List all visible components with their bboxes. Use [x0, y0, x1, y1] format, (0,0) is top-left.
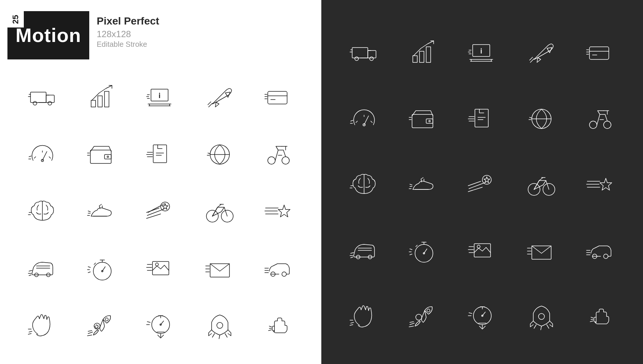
icon-waving-hand-dark	[336, 294, 392, 339]
svg-line-121	[212, 334, 215, 337]
svg-line-61	[88, 211, 90, 212]
svg-line-249	[541, 326, 541, 330]
svg-point-90	[155, 263, 158, 266]
icon-fist-dark	[573, 294, 628, 339]
svg-point-38	[107, 156, 109, 157]
svg-point-99	[282, 272, 286, 276]
svg-line-176	[530, 117, 532, 118]
svg-point-51	[268, 157, 275, 164]
icon-stopwatch-dark	[395, 228, 451, 273]
icon-airplane	[192, 74, 247, 119]
icon-shooting-star-dark	[454, 162, 510, 207]
icon-gear-rocket	[74, 303, 129, 348]
icon-info-laptop-dark: i	[454, 30, 510, 74]
icon-delivery-truck	[15, 74, 70, 119]
svg-point-233	[427, 309, 430, 312]
icon-wallet	[74, 131, 129, 176]
svg-line-149	[530, 57, 533, 60]
svg-line-236	[410, 322, 414, 322]
svg-line-107	[88, 332, 93, 334]
svg-line-214	[410, 249, 412, 250]
svg-line-195	[539, 178, 543, 181]
svg-line-75	[29, 270, 32, 271]
svg-line-158	[356, 121, 357, 123]
number-badge: 25	[7, 11, 24, 27]
svg-line-103	[29, 331, 32, 332]
svg-line-212	[416, 245, 417, 247]
svg-line-252	[590, 321, 593, 322]
svg-line-29	[42, 152, 47, 160]
left-panel: 25 Motion Pixel Perfect 128x128 Editable…	[0, 0, 321, 364]
svg-line-190	[469, 183, 485, 189]
right-icon-grid: i	[321, 0, 643, 364]
left-icon-grid: i	[0, 67, 321, 364]
icon-fast-mail	[192, 246, 247, 290]
svg-line-231	[350, 325, 353, 325]
icon-info-laptop: i	[133, 74, 189, 119]
svg-point-52	[282, 157, 289, 164]
icon-fast-car-dark	[573, 228, 628, 273]
icon-scooter-dark	[573, 96, 628, 140]
resolution-label: 128x128	[97, 29, 159, 39]
svg-line-234	[410, 323, 414, 325]
svg-line-109	[88, 331, 92, 331]
icon-image-delivery	[133, 246, 189, 290]
icon-gear-rocket-dark	[395, 294, 451, 339]
svg-rect-41	[153, 145, 167, 163]
icon-bicycle-dark	[514, 162, 569, 207]
icon-delivery-truck-dark	[336, 30, 392, 74]
svg-line-33	[49, 157, 51, 158]
svg-line-49	[208, 153, 210, 154]
svg-point-106	[105, 318, 108, 321]
icon-file-move	[133, 131, 189, 176]
svg-line-34	[29, 156, 31, 157]
icon-credit-card	[251, 74, 306, 119]
svg-point-247	[538, 313, 544, 319]
icon-running-shoe	[74, 189, 129, 233]
icon-rocket	[192, 303, 247, 348]
icon-shooting-star	[133, 189, 189, 233]
svg-line-125	[269, 330, 271, 331]
svg-line-87	[88, 267, 90, 267]
icon-bullet-train	[15, 246, 70, 290]
icon-rocket-dark	[514, 294, 569, 339]
svg-line-68	[218, 204, 221, 207]
svg-rect-135	[413, 56, 417, 62]
svg-line-122	[219, 335, 220, 339]
title-block: 25 Motion	[7, 11, 89, 59]
svg-line-246	[469, 313, 472, 313]
icon-brain	[15, 189, 70, 233]
svg-line-119	[147, 322, 150, 322]
svg-rect-164	[426, 119, 433, 123]
icon-speedometer	[15, 131, 70, 176]
svg-rect-168	[475, 109, 488, 127]
icon-growth-chart	[74, 74, 129, 119]
svg-rect-9	[98, 96, 102, 107]
svg-point-5	[48, 101, 52, 105]
svg-line-253	[591, 317, 593, 318]
svg-line-63	[147, 209, 163, 215]
icon-credit-card-dark	[573, 30, 628, 74]
icon-running-shoe-dark	[395, 162, 451, 207]
svg-line-156	[364, 116, 369, 125]
svg-rect-0	[30, 92, 46, 103]
svg-line-77	[29, 275, 31, 276]
svg-rect-127	[352, 48, 368, 58]
svg-line-202	[351, 253, 354, 253]
svg-rect-36	[90, 150, 111, 163]
icon-fast-mail-dark	[514, 228, 569, 273]
svg-point-165	[429, 120, 430, 122]
svg-point-4	[33, 101, 37, 105]
svg-line-230	[351, 322, 354, 323]
icon-bullet-train-dark	[336, 228, 392, 273]
icon-brain-dark	[336, 162, 392, 207]
icon-growth-chart-dark	[395, 30, 451, 74]
icon-time-download-dark	[454, 294, 510, 339]
right-panel: i	[321, 0, 643, 364]
icon-fast-car	[251, 246, 306, 290]
icon-basketball-dark	[514, 96, 569, 140]
icon-wallet-dark	[395, 96, 451, 140]
svg-line-104	[28, 334, 31, 334]
svg-point-217	[477, 245, 480, 248]
icon-time-download	[133, 303, 189, 348]
